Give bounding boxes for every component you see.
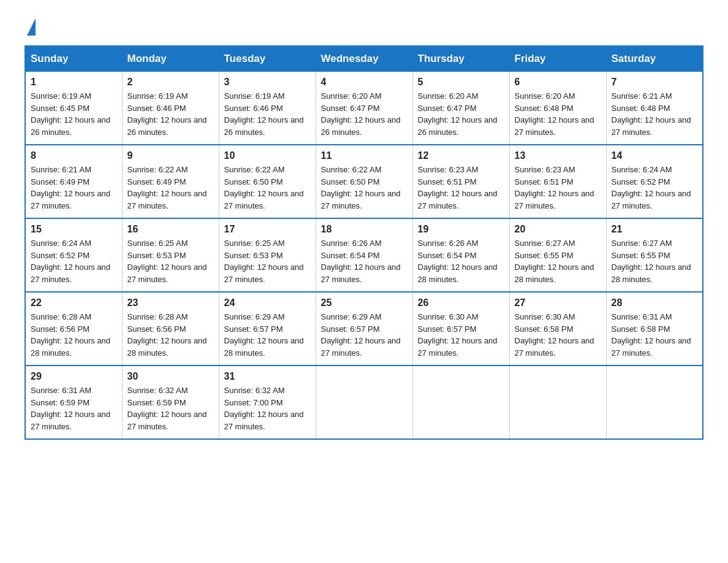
- calendar-table: SundayMondayTuesdayWednesdayThursdayFrid…: [25, 45, 703, 440]
- day-number: 1: [31, 77, 117, 88]
- calendar-cell: 10Sunrise: 6:22 AMSunset: 6:50 PMDayligh…: [219, 145, 316, 218]
- calendar-cell: 11Sunrise: 6:22 AMSunset: 6:50 PMDayligh…: [316, 145, 412, 218]
- calendar-cell: 22Sunrise: 6:28 AMSunset: 6:56 PMDayligh…: [25, 292, 122, 366]
- calendar-cell: 7Sunrise: 6:21 AMSunset: 6:48 PMDaylight…: [606, 72, 703, 145]
- calendar-cell: 19Sunrise: 6:26 AMSunset: 6:54 PMDayligh…: [412, 218, 509, 292]
- day-info: Sunrise: 6:20 AMSunset: 6:47 PMDaylight:…: [418, 91, 498, 137]
- day-number: 10: [224, 150, 311, 161]
- calendar-cell: 26Sunrise: 6:30 AMSunset: 6:57 PMDayligh…: [412, 292, 509, 366]
- calendar-cell: 28Sunrise: 6:31 AMSunset: 6:58 PMDayligh…: [606, 292, 703, 366]
- day-info: Sunrise: 6:21 AMSunset: 6:48 PMDaylight:…: [612, 91, 691, 137]
- day-info: Sunrise: 6:32 AMSunset: 6:59 PMDaylight:…: [127, 386, 207, 431]
- day-info: Sunrise: 6:22 AMSunset: 6:49 PMDaylight:…: [127, 165, 207, 210]
- calendar-cell: 23Sunrise: 6:28 AMSunset: 6:56 PMDayligh…: [122, 292, 219, 366]
- day-number: 7: [612, 77, 698, 88]
- day-number: 11: [321, 150, 408, 161]
- day-number: 30: [127, 371, 214, 382]
- day-number: 6: [515, 77, 601, 88]
- calendar-week-row: 29Sunrise: 6:31 AMSunset: 6:59 PMDayligh…: [25, 366, 703, 439]
- day-number: 17: [224, 224, 311, 235]
- calendar-cell: 13Sunrise: 6:23 AMSunset: 6:51 PMDayligh…: [509, 145, 606, 218]
- calendar-header-sunday: Sunday: [25, 46, 122, 72]
- day-number: 5: [418, 77, 504, 88]
- calendar-cell: 6Sunrise: 6:20 AMSunset: 6:48 PMDaylight…: [509, 72, 606, 145]
- day-number: 2: [127, 77, 214, 88]
- calendar-cell: 20Sunrise: 6:27 AMSunset: 6:55 PMDayligh…: [509, 218, 606, 292]
- calendar-header-monday: Monday: [122, 46, 219, 72]
- day-number: 14: [612, 150, 698, 161]
- day-number: 9: [127, 150, 214, 161]
- day-number: 24: [224, 297, 311, 308]
- calendar-week-row: 8Sunrise: 6:21 AMSunset: 6:49 PMDaylight…: [25, 145, 703, 218]
- calendar-cell: 15Sunrise: 6:24 AMSunset: 6:52 PMDayligh…: [25, 218, 122, 292]
- day-info: Sunrise: 6:29 AMSunset: 6:57 PMDaylight:…: [321, 312, 401, 358]
- day-info: Sunrise: 6:31 AMSunset: 6:58 PMDaylight:…: [612, 312, 691, 358]
- day-info: Sunrise: 6:21 AMSunset: 6:49 PMDaylight:…: [31, 165, 110, 210]
- day-info: Sunrise: 6:19 AMSunset: 6:46 PMDaylight:…: [127, 91, 207, 137]
- calendar-header-row: SundayMondayTuesdayWednesdayThursdayFrid…: [25, 46, 703, 72]
- day-info: Sunrise: 6:32 AMSunset: 7:00 PMDaylight:…: [224, 386, 304, 431]
- day-number: 23: [127, 297, 214, 308]
- day-number: 12: [418, 150, 504, 161]
- calendar-cell: 2Sunrise: 6:19 AMSunset: 6:46 PMDaylight…: [122, 72, 219, 145]
- day-number: 27: [515, 297, 601, 308]
- day-info: Sunrise: 6:31 AMSunset: 6:59 PMDaylight:…: [31, 386, 110, 431]
- day-number: 29: [31, 371, 117, 382]
- day-info: Sunrise: 6:30 AMSunset: 6:57 PMDaylight:…: [418, 312, 498, 358]
- logo-triangle-icon: [27, 18, 36, 36]
- day-number: 25: [321, 297, 408, 308]
- calendar-cell: 30Sunrise: 6:32 AMSunset: 6:59 PMDayligh…: [122, 366, 219, 439]
- calendar-header-saturday: Saturday: [606, 46, 703, 72]
- calendar-cell: [509, 366, 606, 439]
- calendar-header-tuesday: Tuesday: [219, 46, 316, 72]
- day-number: 8: [31, 150, 117, 161]
- calendar-cell: 16Sunrise: 6:25 AMSunset: 6:53 PMDayligh…: [122, 218, 219, 292]
- calendar-cell: [412, 366, 509, 439]
- day-number: 18: [321, 224, 408, 235]
- day-info: Sunrise: 6:26 AMSunset: 6:54 PMDaylight:…: [321, 239, 401, 284]
- calendar-cell: 12Sunrise: 6:23 AMSunset: 6:51 PMDayligh…: [412, 145, 509, 218]
- calendar-cell: 18Sunrise: 6:26 AMSunset: 6:54 PMDayligh…: [316, 218, 412, 292]
- day-info: Sunrise: 6:28 AMSunset: 6:56 PMDaylight:…: [127, 312, 207, 358]
- day-info: Sunrise: 6:29 AMSunset: 6:57 PMDaylight:…: [224, 312, 304, 358]
- calendar-header-friday: Friday: [509, 46, 606, 72]
- calendar-cell: 31Sunrise: 6:32 AMSunset: 7:00 PMDayligh…: [219, 366, 316, 439]
- logo: [25, 18, 36, 33]
- day-info: Sunrise: 6:22 AMSunset: 6:50 PMDaylight:…: [224, 165, 304, 210]
- day-number: 20: [515, 224, 601, 235]
- day-info: Sunrise: 6:20 AMSunset: 6:47 PMDaylight:…: [321, 91, 401, 137]
- day-info: Sunrise: 6:24 AMSunset: 6:52 PMDaylight:…: [612, 165, 691, 210]
- calendar-cell: 8Sunrise: 6:21 AMSunset: 6:49 PMDaylight…: [25, 145, 122, 218]
- day-info: Sunrise: 6:19 AMSunset: 6:45 PMDaylight:…: [31, 91, 110, 137]
- day-info: Sunrise: 6:30 AMSunset: 6:58 PMDaylight:…: [515, 312, 594, 358]
- day-number: 31: [224, 371, 311, 382]
- day-number: 3: [224, 77, 311, 88]
- day-number: 19: [418, 224, 504, 235]
- calendar-cell: 5Sunrise: 6:20 AMSunset: 6:47 PMDaylight…: [412, 72, 509, 145]
- calendar-cell: 3Sunrise: 6:19 AMSunset: 6:46 PMDaylight…: [219, 72, 316, 145]
- calendar-cell: 14Sunrise: 6:24 AMSunset: 6:52 PMDayligh…: [606, 145, 703, 218]
- calendar-week-row: 22Sunrise: 6:28 AMSunset: 6:56 PMDayligh…: [25, 292, 703, 366]
- page-header: [25, 18, 703, 33]
- day-number: 16: [127, 224, 214, 235]
- day-info: Sunrise: 6:23 AMSunset: 6:51 PMDaylight:…: [515, 165, 594, 210]
- day-info: Sunrise: 6:25 AMSunset: 6:53 PMDaylight:…: [127, 239, 207, 284]
- day-number: 13: [515, 150, 601, 161]
- calendar-header-wednesday: Wednesday: [316, 46, 412, 72]
- calendar-cell: 29Sunrise: 6:31 AMSunset: 6:59 PMDayligh…: [25, 366, 122, 439]
- calendar-cell: 9Sunrise: 6:22 AMSunset: 6:49 PMDaylight…: [122, 145, 219, 218]
- day-number: 15: [31, 224, 117, 235]
- calendar-cell: 25Sunrise: 6:29 AMSunset: 6:57 PMDayligh…: [316, 292, 412, 366]
- calendar-cell: 4Sunrise: 6:20 AMSunset: 6:47 PMDaylight…: [316, 72, 412, 145]
- day-info: Sunrise: 6:22 AMSunset: 6:50 PMDaylight:…: [321, 165, 401, 210]
- day-info: Sunrise: 6:28 AMSunset: 6:56 PMDaylight:…: [31, 312, 110, 358]
- day-info: Sunrise: 6:25 AMSunset: 6:53 PMDaylight:…: [224, 239, 304, 284]
- calendar-cell: [606, 366, 703, 439]
- calendar-cell: 24Sunrise: 6:29 AMSunset: 6:57 PMDayligh…: [219, 292, 316, 366]
- calendar-cell: 17Sunrise: 6:25 AMSunset: 6:53 PMDayligh…: [219, 218, 316, 292]
- day-info: Sunrise: 6:19 AMSunset: 6:46 PMDaylight:…: [224, 91, 304, 137]
- day-number: 28: [612, 297, 698, 308]
- day-info: Sunrise: 6:27 AMSunset: 6:55 PMDaylight:…: [515, 239, 594, 284]
- calendar-week-row: 1Sunrise: 6:19 AMSunset: 6:45 PMDaylight…: [25, 72, 703, 145]
- day-info: Sunrise: 6:26 AMSunset: 6:54 PMDaylight:…: [418, 239, 498, 284]
